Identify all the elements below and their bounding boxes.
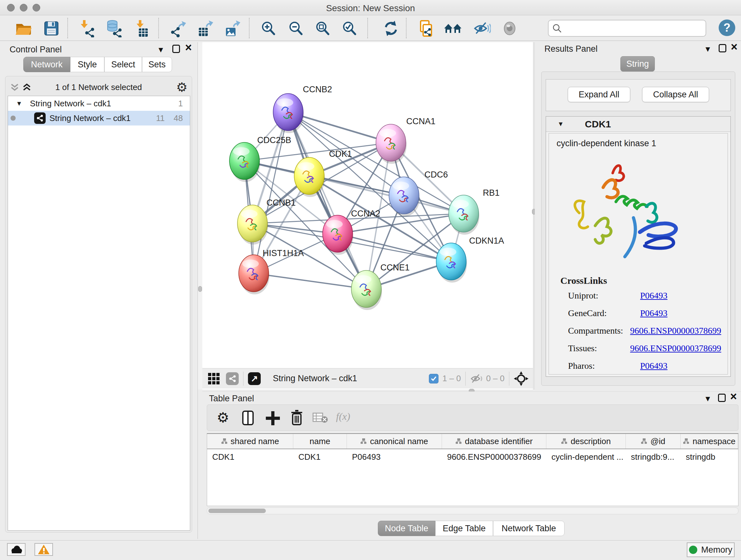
tab-select[interactable]: Select — [105, 57, 142, 72]
export-image-icon[interactable] — [223, 19, 242, 38]
collapse-all-networks-icon[interactable] — [10, 83, 20, 93]
table-cell[interactable]: cyclin-dependent ... — [546, 449, 626, 464]
tab-node-table[interactable]: Node Table — [378, 521, 435, 536]
results-panel-float-icon[interactable] — [719, 44, 726, 52]
gene-section-header[interactable]: ▼ CDK1 — [546, 117, 731, 132]
column-header-label: @id — [650, 436, 665, 446]
column-header-database-identifier[interactable]: database identifier — [442, 434, 546, 449]
node-position-crosshair-icon[interactable] — [514, 371, 529, 386]
function-builder-icon[interactable]: f(x) — [336, 411, 350, 422]
column-header-shared-name[interactable]: shared name — [207, 434, 293, 449]
table-cell[interactable]: stringdb:9... — [626, 449, 681, 464]
export-table-icon[interactable] — [196, 19, 214, 38]
save-session-icon[interactable] — [42, 19, 61, 38]
column-grip-icon — [683, 438, 689, 444]
zoom-fit-icon[interactable] — [313, 19, 332, 38]
memory-button[interactable]: Memory — [687, 543, 735, 557]
hide-selected-icon[interactable] — [473, 19, 491, 38]
column-header-description[interactable]: description — [546, 434, 626, 449]
grid-view-icon[interactable] — [208, 373, 219, 384]
show-all-icon[interactable] — [500, 19, 519, 38]
column-header-label: name — [310, 436, 330, 446]
svg-text:HIST1H1A: HIST1H1A — [263, 248, 304, 258]
network-view-title: String Network – cdk1 — [273, 374, 357, 383]
tab-network[interactable]: Network — [23, 57, 70, 72]
crosslink-link[interactable]: P06493 — [640, 308, 668, 318]
birdseye-view-icon[interactable]: ↗ — [248, 372, 261, 385]
add-column-icon[interactable] — [265, 410, 280, 426]
results-panel-menu-icon[interactable]: ▼ — [704, 45, 712, 54]
table-options-gear-icon[interactable]: ⚙ — [217, 409, 229, 426]
splitter-handle[interactable] — [198, 286, 202, 292]
table-cell[interactable]: 9606.ENSP00000378699 — [442, 449, 546, 464]
open-session-icon[interactable] — [14, 19, 32, 38]
hidden-counts: 0 – 0 — [486, 374, 504, 383]
zoom-in-icon[interactable] — [259, 19, 278, 38]
selected-nodes-checkbox-icon[interactable] — [429, 374, 439, 383]
results-panel-close-icon[interactable]: × — [731, 43, 738, 51]
tab-edge-table[interactable]: Edge Table — [435, 521, 493, 536]
apply-layout-icon[interactable] — [382, 19, 400, 38]
string-view-icon[interactable] — [226, 372, 239, 385]
column-header--id[interactable]: @id — [626, 434, 681, 449]
collection-collapse-icon[interactable]: ▼ — [16, 100, 22, 107]
table-cell[interactable]: CDK1 — [293, 449, 347, 464]
table-panel-float-icon[interactable] — [718, 394, 726, 402]
delete-table-icon[interactable] — [313, 412, 330, 425]
import-table-icon[interactable] — [133, 19, 151, 38]
zoom-out-icon[interactable] — [286, 19, 305, 38]
show-columns-icon[interactable] — [240, 410, 256, 427]
help-icon[interactable]: ? — [719, 19, 735, 36]
search-box[interactable] — [548, 20, 706, 37]
table-row[interactable]: CDK1CDK1P064939606.ENSP00000378699cyclin… — [207, 449, 738, 464]
control-panel-float-icon[interactable] — [172, 45, 180, 53]
toolbar-separator — [249, 18, 250, 38]
gene-collapse-icon[interactable]: ▼ — [557, 120, 564, 128]
crosslink-label: Pharos: — [568, 361, 640, 371]
collapse-all-button[interactable]: Collapse All — [642, 87, 709, 102]
table-cell[interactable]: P06493 — [347, 449, 442, 464]
new-network-from-selection-icon[interactable] — [416, 19, 434, 38]
crosslink-label: Uniprot: — [568, 291, 640, 301]
table-panel-close-icon[interactable]: × — [730, 392, 737, 401]
crosslink-label: GeneCard: — [568, 308, 640, 318]
tab-network-table[interactable]: Network Table — [493, 521, 564, 536]
expand-all-networks-icon[interactable] — [22, 83, 32, 93]
table-cell[interactable]: CDK1 — [207, 449, 293, 464]
delete-column-trash-icon[interactable] — [289, 409, 305, 427]
column-header-canonical-name[interactable]: canonical name — [347, 434, 442, 449]
crosslink-link[interactable]: 9606.ENSP00000378699 — [630, 343, 721, 354]
gene-section: ▼ CDK1 cyclin-dependent kinase 1 C — [546, 116, 731, 377]
warnings-button[interactable] — [35, 543, 53, 556]
tab-string[interactable]: String — [620, 56, 655, 71]
network-row[interactable]: String Network – cdk1 11 48 — [8, 111, 190, 125]
import-network-file-icon[interactable] — [77, 19, 96, 38]
column-header-label: shared name — [231, 436, 279, 446]
search-input[interactable] — [565, 23, 699, 33]
table-cell[interactable]: stringdb — [681, 449, 738, 464]
table-horizontal-scrollbar[interactable] — [207, 507, 738, 514]
column-header-namespace[interactable]: namespace — [681, 434, 738, 449]
network-options-gear-icon[interactable]: ⚙ — [176, 80, 188, 95]
crosslink-link[interactable]: P06493 — [640, 291, 668, 301]
tab-sets[interactable]: Sets — [142, 57, 172, 72]
control-panel-menu-icon[interactable]: ▼ — [157, 45, 165, 54]
column-header-name[interactable]: name — [293, 434, 347, 449]
tab-style[interactable]: Style — [70, 57, 105, 72]
left-splitter[interactable] — [198, 42, 202, 389]
cloud-button[interactable] — [7, 543, 25, 556]
expand-all-button[interactable]: Expand All — [568, 87, 630, 102]
network-canvas[interactable]: CCNB2CCNA1CDC25BCDK1CDC6RB1CCNB1CCNA2CDK… — [202, 42, 533, 368]
table-panel-menu-icon[interactable]: ▼ — [704, 394, 712, 403]
hidden-eye-slash-icon — [470, 372, 484, 385]
houses-icon[interactable] — [443, 19, 462, 38]
zoom-selected-icon[interactable] — [340, 19, 359, 38]
import-network-database-icon[interactable] — [105, 19, 123, 38]
export-network-icon[interactable] — [168, 19, 187, 38]
column-header-label: database identifier — [465, 436, 533, 446]
scrollbar-thumb[interactable] — [208, 509, 266, 513]
control-panel-close-icon[interactable]: × — [185, 44, 192, 52]
network-collection-row[interactable]: ▼ String Network – cdk1 1 — [8, 96, 190, 111]
crosslink-link[interactable]: 9606.ENSP00000378699 — [630, 326, 721, 336]
crosslink-link[interactable]: P06493 — [640, 361, 668, 371]
